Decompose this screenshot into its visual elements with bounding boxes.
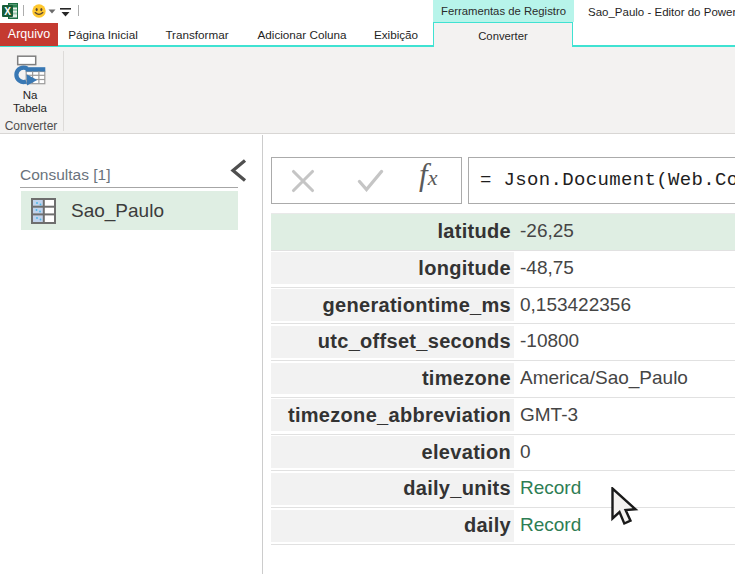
svg-text:X: X [4, 6, 11, 17]
